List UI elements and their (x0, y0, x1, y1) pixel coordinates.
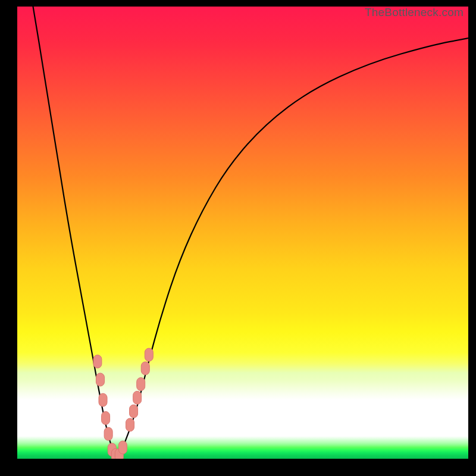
curve-marker (93, 355, 102, 368)
curve-marker (99, 393, 107, 406)
curve-marker (111, 449, 120, 459)
curve-marker (102, 412, 110, 425)
curve-marker (108, 443, 116, 456)
curve-marker (115, 449, 123, 459)
curve-marker (133, 391, 142, 404)
curve-markers (93, 348, 153, 459)
plot-area: TheBottleneck.com (17, 7, 468, 459)
curve-marker (104, 427, 112, 440)
curve-marker (137, 378, 145, 391)
watermark-text: TheBottleneck.com (365, 6, 464, 19)
curve-marker (145, 348, 153, 361)
curve-marker (118, 441, 127, 454)
curve-marker (141, 362, 149, 375)
curve-marker (126, 418, 134, 431)
bottleneck-curve-svg (17, 7, 468, 459)
bottleneck-curve-path (33, 7, 468, 455)
chart-frame: TheBottleneck.com (0, 0, 476, 476)
curve-marker (130, 405, 138, 418)
curve-marker (96, 373, 104, 386)
